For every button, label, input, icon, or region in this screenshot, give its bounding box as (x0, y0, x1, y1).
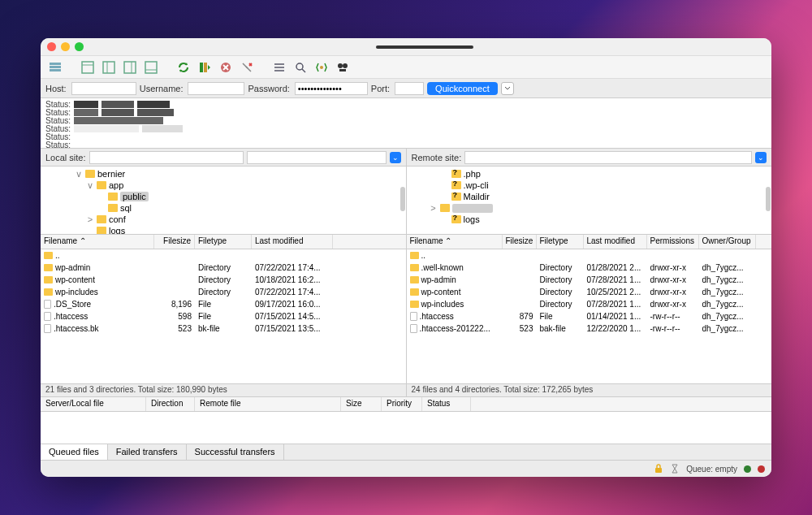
tree-item[interactable]: ∨bernier (41, 168, 406, 180)
zoom-window-button[interactable] (75, 42, 84, 51)
col-status[interactable]: Status (422, 397, 471, 411)
file-row[interactable]: wp-adminDirectory07/22/2021 17:4... (41, 262, 406, 274)
col-owner[interactable]: Owner/Group (699, 235, 756, 249)
svg-rect-3 (82, 62, 93, 73)
tree-item[interactable]: sql (41, 202, 406, 214)
folder-icon (44, 252, 53, 259)
tree-panes: ∨bernier∨apppublicsql>conflogs .php.wp-c… (41, 167, 771, 235)
tree-item[interactable]: > (407, 202, 772, 214)
queue-body[interactable] (41, 412, 771, 444)
file-perms: drwxr-xr-x (647, 275, 699, 284)
tree-item[interactable]: ∨app (41, 180, 406, 191)
disclosure-icon[interactable]: > (430, 203, 438, 213)
chevron-down-icon[interactable]: ⌄ (390, 152, 401, 163)
svg-rect-9 (145, 62, 157, 73)
file-row[interactable]: .well-knownDirectory01/28/2021 2...drwxr… (407, 262, 772, 274)
col-modified[interactable]: Last modified (252, 235, 333, 249)
search-icon[interactable] (292, 59, 309, 76)
local-site-input-2[interactable] (247, 151, 387, 164)
titlebar-handle[interactable] (376, 45, 473, 49)
toggle-local-tree-icon[interactable] (101, 59, 117, 76)
col-filename[interactable]: Filename ⌃ (407, 235, 503, 249)
file-modified: 09/17/2021 16:0... (252, 300, 333, 309)
col-filetype[interactable]: Filetype (195, 235, 252, 249)
col-modified[interactable]: Last modified (584, 235, 647, 249)
column-headers[interactable]: Filename ⌃ Filesize Filetype Last modifi… (41, 235, 406, 249)
file-row[interactable]: wp-contentDirectory10/18/2021 16:2... (41, 274, 406, 286)
tree-item[interactable]: >conf (41, 214, 406, 225)
port-input[interactable] (395, 82, 424, 95)
cancel-icon[interactable] (218, 59, 234, 76)
disclosure-icon[interactable]: > (86, 214, 94, 224)
tree-item[interactable]: Maildir (407, 191, 772, 202)
disclosure-icon[interactable]: ∨ (86, 180, 94, 191)
quickconnect-dropdown-icon[interactable] (501, 82, 514, 95)
sync-browse-icon[interactable] (335, 59, 351, 76)
local-site-input[interactable] (89, 151, 244, 164)
password-input[interactable] (295, 82, 368, 95)
filter-icon[interactable] (271, 59, 287, 76)
disclosure-icon[interactable]: ∨ (75, 169, 83, 180)
file-row[interactable]: .. (41, 249, 406, 262)
col-filesize[interactable]: Filesize (154, 235, 195, 249)
col-direction[interactable]: Direction (146, 397, 195, 411)
col-priority[interactable]: Priority (382, 397, 422, 411)
tab-queued[interactable]: Queued files (41, 444, 108, 460)
site-manager-icon[interactable] (47, 59, 63, 76)
local-tree[interactable]: ∨bernier∨apppublicsql>conflogs (41, 167, 407, 234)
col-size[interactable]: Size (341, 397, 382, 411)
col-permissions[interactable]: Permissions (647, 235, 699, 249)
tree-item[interactable]: public (41, 191, 406, 202)
toggle-queue-icon[interactable] (143, 59, 159, 76)
col-filetype[interactable]: Filetype (537, 235, 584, 249)
file-row[interactable]: wp-contentDirectory10/25/2021 2...drwxr-… (407, 286, 772, 298)
remote-site-input[interactable] (464, 151, 752, 164)
scrollbar[interactable] (766, 187, 771, 211)
file-row[interactable]: .htaccess.bk523bk-file07/15/2021 13:5... (41, 322, 406, 335)
close-window-button[interactable] (47, 42, 56, 51)
file-row[interactable]: .htaccess-201222...523bak-file12/22/2020… (407, 322, 772, 335)
tab-success[interactable]: Successful transfers (187, 444, 284, 460)
queue-status: Queue: empty (686, 465, 737, 474)
file-type: Directory (537, 300, 584, 309)
disconnect-icon[interactable] (239, 59, 255, 76)
username-input[interactable] (188, 82, 244, 95)
minimize-window-button[interactable] (61, 42, 70, 51)
tree-item-label (452, 204, 493, 213)
tree-item[interactable]: logs (41, 225, 406, 234)
file-row[interactable]: .. (407, 249, 772, 262)
tab-failed[interactable]: Failed transfers (108, 444, 187, 460)
scrollbar[interactable] (400, 187, 405, 211)
file-icon (44, 324, 51, 333)
compare-icon[interactable] (313, 59, 330, 76)
toggle-log-icon[interactable] (80, 59, 96, 76)
quickconnect-button[interactable]: Quickconnect (427, 82, 498, 95)
remote-site-label: Remote site: (412, 153, 462, 162)
file-row[interactable]: wp-includesDirectory07/28/2021 1...drwxr… (407, 298, 772, 310)
col-remote[interactable]: Remote file (195, 397, 341, 411)
file-row[interactable]: wp-adminDirectory07/28/2021 1...drwxr-xr… (407, 274, 772, 286)
remote-file-list: Filename ⌃ Filesize Filetype Last modifi… (407, 235, 772, 396)
file-row[interactable]: .htaccess598File07/15/2021 14:5... (41, 310, 406, 322)
file-row[interactable]: .htaccess879File01/14/2021 1...-rw-r--r-… (407, 310, 772, 322)
col-server[interactable]: Server/Local file (41, 397, 146, 411)
list-body[interactable]: ..wp-adminDirectory07/22/2021 17:4...wp-… (41, 249, 406, 383)
list-body[interactable]: ...well-knownDirectory01/28/2021 2...drw… (407, 249, 772, 383)
tree-item[interactable]: .php (407, 168, 772, 180)
process-queue-icon[interactable] (197, 59, 213, 76)
remote-tree[interactable]: .php.wp-cliMaildir>logs (407, 167, 772, 234)
tree-item[interactable]: .wp-cli (407, 180, 772, 191)
file-row[interactable]: .DS_Store8,196File09/17/2021 16:0... (41, 298, 406, 310)
toggle-remote-tree-icon[interactable] (122, 59, 138, 76)
queue-headers[interactable]: Server/Local file Direction Remote file … (41, 397, 771, 412)
refresh-icon[interactable] (175, 59, 192, 76)
tree-item[interactable]: logs (407, 214, 772, 225)
column-headers[interactable]: Filename ⌃ Filesize Filetype Last modifi… (407, 235, 772, 249)
file-modified: 10/25/2021 2... (584, 288, 647, 296)
col-filename[interactable]: Filename ⌃ (41, 235, 154, 249)
tree-item-label: logs (464, 214, 480, 224)
host-input[interactable] (71, 82, 136, 95)
file-row[interactable]: wp-includesDirectory07/22/2021 17:4... (41, 286, 406, 298)
chevron-down-icon[interactable]: ⌄ (755, 152, 767, 163)
col-filesize[interactable]: Filesize (503, 235, 537, 249)
